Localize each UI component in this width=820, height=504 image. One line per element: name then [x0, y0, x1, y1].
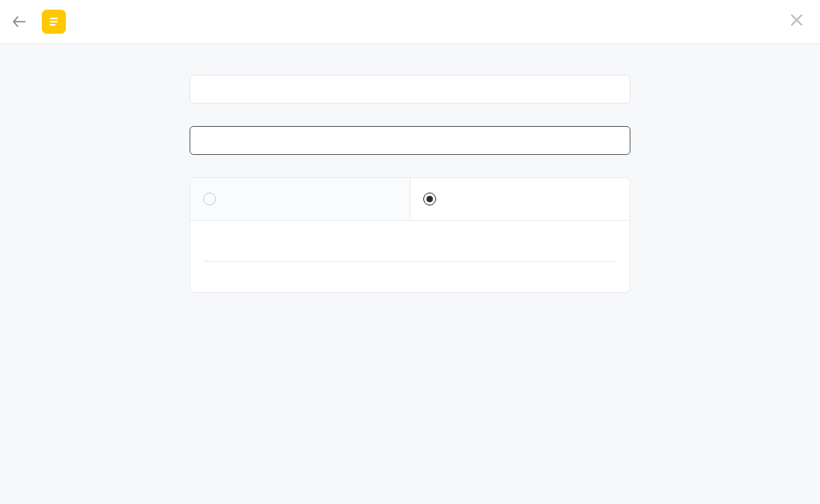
form-content	[190, 44, 630, 325]
svg-rect-2	[50, 24, 55, 26]
location-select[interactable]	[190, 126, 630, 155]
close-icon	[789, 13, 804, 27]
svg-rect-1	[50, 21, 58, 22]
import-items-panel	[190, 221, 630, 293]
back-button[interactable]	[13, 16, 31, 27]
svg-rect-0	[50, 18, 58, 19]
list-name-input[interactable]	[190, 75, 630, 104]
template-type-tag	[42, 10, 72, 34]
radio-icon	[423, 193, 436, 205]
modal-header	[0, 0, 820, 44]
import-mode-radio-group	[190, 177, 630, 221]
radio-import-everything[interactable]	[190, 178, 410, 220]
radio-customize-items[interactable]	[410, 178, 630, 220]
close-button[interactable]	[786, 10, 807, 34]
arrow-left-icon	[13, 16, 26, 27]
divider	[203, 261, 617, 262]
radio-icon	[203, 193, 216, 205]
content-scroll[interactable]	[0, 44, 820, 504]
list-icon	[42, 10, 66, 34]
